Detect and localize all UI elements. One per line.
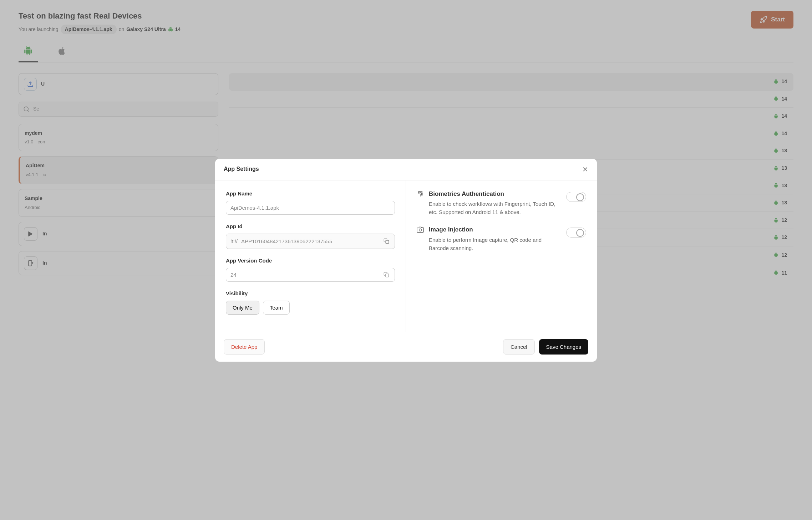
app-id-prefix: lt:// — [226, 234, 240, 249]
version-field — [226, 268, 395, 282]
version-input[interactable] — [226, 268, 381, 281]
modal-title: App Settings — [224, 165, 259, 173]
biometrics-title: Biometrics Authentication — [429, 190, 561, 198]
app-id-label: App Id — [226, 223, 395, 230]
modal-overlay: App Settings ✕ App Name App Id lt:// — [0, 0, 812, 293]
version-label: App Version Code — [226, 257, 395, 264]
image-injection-desc: Enable to perform Image capture, QR code… — [429, 236, 561, 252]
biometrics-toggle[interactable] — [566, 192, 586, 202]
app-name-input[interactable] — [226, 201, 395, 215]
image-injection-toggle[interactable] — [566, 228, 586, 238]
svg-rect-5 — [386, 274, 389, 277]
biometrics-desc: Enable to check workflows with Fingerpri… — [429, 200, 561, 216]
visibility-label: Visibility — [226, 290, 395, 293]
svg-rect-4 — [386, 240, 389, 244]
image-injection-title: Image Injection — [429, 225, 561, 234]
svg-point-6 — [419, 229, 422, 231]
app-name-label: App Name — [226, 190, 395, 197]
copy-icon[interactable] — [381, 269, 392, 280]
copy-icon[interactable] — [381, 236, 392, 246]
app-id-input[interactable] — [240, 235, 381, 248]
fingerprint-icon — [417, 190, 424, 200]
app-id-field: lt:// — [226, 234, 395, 249]
camera-icon — [417, 226, 424, 235]
close-icon[interactable]: ✕ — [582, 165, 588, 174]
app-settings-modal: App Settings ✕ App Name App Id lt:// — [215, 159, 597, 293]
